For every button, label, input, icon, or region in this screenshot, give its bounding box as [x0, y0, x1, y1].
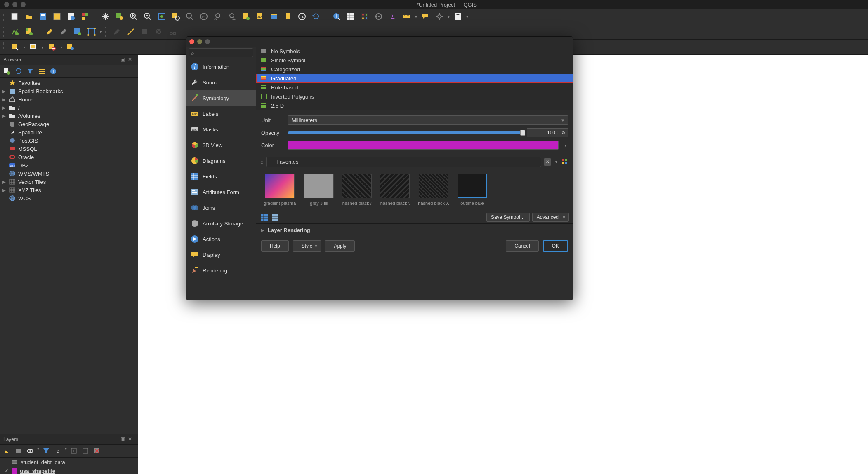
- browser-item[interactable]: SpatiaLite: [0, 128, 138, 136]
- nav-symbology[interactable]: Symbology: [186, 90, 256, 106]
- deselect-button[interactable]: [46, 41, 58, 53]
- symbol-card[interactable]: hashed black \: [380, 174, 410, 206]
- nav-masks[interactable]: abcMasks: [186, 122, 256, 137]
- field-calc-button[interactable]: [359, 11, 370, 22]
- delete-button[interactable]: [153, 26, 165, 38]
- pan-selection-button[interactable]: [114, 11, 125, 22]
- opacity-slider[interactable]: [288, 131, 523, 134]
- grid-view-icon[interactable]: [271, 213, 279, 221]
- symbol-card[interactable]: gray 3 fill: [304, 174, 334, 206]
- select-location-button[interactable]: [65, 41, 76, 53]
- browser-item[interactable]: WCS: [0, 194, 138, 202]
- time-button[interactable]: [296, 11, 308, 22]
- filter-layers-button[interactable]: [42, 446, 51, 455]
- style-button[interactable]: Style: [293, 240, 321, 252]
- add-raster-button[interactable]: [23, 26, 35, 38]
- undock-icon[interactable]: ▣: [120, 436, 127, 443]
- zoom-out-button[interactable]: [142, 11, 153, 22]
- close-icon[interactable]: [189, 39, 194, 44]
- undock-icon[interactable]: ▣: [120, 56, 127, 63]
- zoom-layer-button[interactable]: [184, 11, 196, 22]
- symbol-grid[interactable]: gradient plasmagray 3 fillhashed black /…: [256, 169, 573, 211]
- browser-item[interactable]: PostGIS: [0, 136, 138, 145]
- layer-rendering-section[interactable]: ▶ Layer Rendering: [256, 223, 573, 237]
- dialog-titlebar[interactable]: [186, 37, 573, 47]
- edit-line-button[interactable]: [125, 26, 137, 38]
- unit-select[interactable]: Millimeters: [288, 115, 568, 125]
- move-feature-button[interactable]: [139, 26, 151, 38]
- add-feature-button[interactable]: [72, 26, 83, 38]
- renderer-no-symbols[interactable]: No Symbols: [256, 47, 573, 56]
- browser-item[interactable]: ▶XYZ Tiles: [0, 186, 138, 194]
- symbol-card[interactable]: outline blue: [458, 174, 487, 206]
- zoom-full-button[interactable]: [156, 11, 167, 22]
- close-icon[interactable]: ✕: [128, 56, 134, 63]
- add-layer-button[interactable]: [2, 67, 12, 76]
- remove-layer-button[interactable]: [92, 446, 101, 455]
- visibility-button[interactable]: [26, 446, 35, 455]
- add-vector-button[interactable]: [9, 26, 21, 38]
- new-layout-button[interactable]: [51, 11, 63, 22]
- layers-list[interactable]: student_debt_data✓usa_shapefile: [0, 458, 138, 474]
- zoom-last-button[interactable]: [212, 11, 224, 22]
- refresh-browser-button[interactable]: [14, 67, 23, 76]
- browser-item[interactable]: DB2DB2: [0, 161, 138, 169]
- edit-toggle-button[interactable]: [44, 26, 55, 38]
- advanced-button[interactable]: Advanced: [532, 213, 569, 222]
- expression-button[interactable]: ε: [53, 446, 62, 455]
- color-picker-button[interactable]: [288, 141, 559, 150]
- style-layer-button[interactable]: [2, 446, 12, 455]
- nav-attributes-form[interactable]: Attributes Form: [186, 184, 256, 200]
- pan-button[interactable]: [100, 11, 111, 22]
- browser-item[interactable]: Favorites: [0, 79, 138, 87]
- refresh-button[interactable]: [310, 11, 322, 22]
- opacity-value-input[interactable]: [527, 128, 568, 137]
- style-manager-icon[interactable]: [561, 158, 569, 166]
- symbol-card[interactable]: hashed black /: [342, 174, 372, 206]
- renderer-graduated[interactable]: Graduated: [256, 74, 573, 83]
- identify-button[interactable]: i: [331, 11, 342, 22]
- nav-information[interactable]: iInformation: [186, 59, 256, 75]
- new-3d-map-button[interactable]: 3D: [254, 11, 266, 22]
- nav-source[interactable]: Source: [186, 75, 256, 90]
- attributes-table-button[interactable]: [345, 11, 356, 22]
- vertex-tool-button[interactable]: [86, 26, 97, 38]
- close-icon[interactable]: ✕: [128, 436, 134, 443]
- list-view-icon[interactable]: [260, 213, 269, 221]
- cancel-button[interactable]: Cancel: [506, 240, 538, 252]
- clear-search-button[interactable]: ✕: [544, 158, 551, 166]
- stats-button[interactable]: Σ: [387, 11, 399, 22]
- renderer-rule-based[interactable]: Rule-based: [256, 83, 573, 92]
- renderer-categorized[interactable]: Categorized: [256, 65, 573, 74]
- save-symbol-button[interactable]: Save Symbol…: [486, 213, 530, 222]
- nav-joins[interactable]: Joins: [186, 200, 256, 216]
- nav-diagrams[interactable]: Diagrams: [186, 153, 256, 169]
- text-annotation-button[interactable]: T: [452, 11, 464, 22]
- nav-auxiliary-storage[interactable]: Auxiliary Storage: [186, 216, 256, 231]
- symbol-card[interactable]: gradient plasma: [264, 174, 296, 206]
- layout-manager-button[interactable]: [79, 11, 91, 22]
- apply-button[interactable]: Apply: [325, 240, 355, 252]
- new-project-button[interactable]: [9, 11, 21, 22]
- layer-item[interactable]: student_debt_data: [0, 458, 138, 467]
- nav-3d-view[interactable]: 3D View: [186, 137, 256, 153]
- renderer-list[interactable]: No SymbolsSingle SymbolCategorizedGradua…: [256, 47, 573, 110]
- digitize-button[interactable]: [111, 26, 123, 38]
- browser-item[interactable]: ▶Vector Tiles: [0, 178, 138, 186]
- browser-item[interactable]: Oracle: [0, 153, 138, 161]
- select-all-button[interactable]: [28, 41, 39, 53]
- properties-browser-button[interactable]: i: [49, 67, 58, 76]
- browser-item[interactable]: ▶/: [0, 103, 138, 112]
- new-map-button[interactable]: [240, 11, 252, 22]
- renderer-2.5-d[interactable]: 2.5 D: [256, 101, 573, 110]
- save-edits-button[interactable]: [58, 26, 69, 38]
- browser-item[interactable]: WMS/WMTS: [0, 169, 138, 178]
- measure-button[interactable]: [401, 11, 413, 22]
- zoom-native-button[interactable]: 1:1: [198, 11, 210, 22]
- zoom-in-button[interactable]: [128, 11, 139, 22]
- style-manager-button[interactable]: [65, 11, 77, 22]
- symbol-card[interactable]: hashed black X: [418, 174, 449, 206]
- chevron-down-icon[interactable]: ▾: [554, 160, 559, 164]
- temporal-button[interactable]: [268, 11, 280, 22]
- settings-button[interactable]: [434, 11, 445, 22]
